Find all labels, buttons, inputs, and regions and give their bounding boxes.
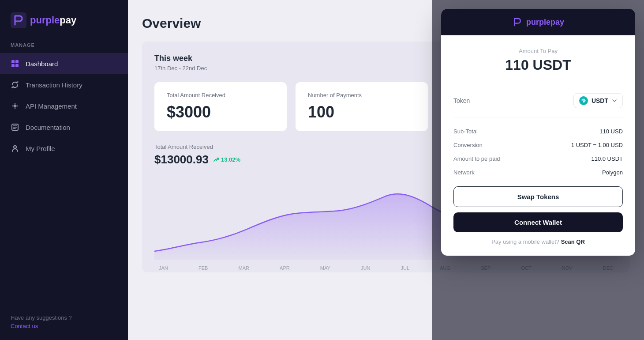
sidebar-logo: purplepay [0,0,128,42]
modal-body: Amount To Pay 110 USDT Token 💎 USDT [441,35,635,256]
swap-tokens-button[interactable]: Swap Tokens [453,186,623,207]
sidebar-item-label-documentation: Documentation [26,124,70,131]
main-content: Overview This week 17th Dec - 22nd Dec T… [128,0,644,340]
nav-items: Dashboard Transaction History API Manage… [0,53,128,304]
sidebar-item-my-profile[interactable]: My Profile [0,138,128,159]
amount-to-pay-label: Amount To Pay [453,48,623,54]
sidebar-item-dashboard[interactable]: Dashboard [0,53,128,74]
token-label: Token [453,97,470,104]
chart-label-mar: MAR [238,265,249,271]
svg-rect-2 [15,60,19,63]
grid-icon [11,59,19,68]
sidebar-bottom: Have any suggestions ? Contact us [0,304,128,340]
svg-point-5 [14,105,16,107]
refresh-icon [11,80,19,89]
chart-label-apr: APR [280,265,290,271]
sidebar-item-label-dashboard: Dashboard [26,60,58,68]
sidebar: purplepay MANAGE Dashboard [0,0,128,340]
sidebar-item-label-transaction-history: Transaction History [26,81,82,89]
modal-logo-text: purplepay [526,18,564,27]
sidebar-item-transaction-history[interactable]: Transaction History [0,74,128,95]
payments-card: Number of Payments 100 [296,82,428,131]
suggestions-text: Have any suggestions ? [11,314,117,321]
token-selector[interactable]: 💎 USDT [573,93,623,108]
sub-total-value: 110 USD [599,128,623,135]
payments-label: Number of Payments [308,92,416,98]
payments-value: 100 [308,103,416,121]
sub-total-label: Sub-Total [453,128,478,135]
scan-qr-section: Pay using a mobile wallet? Scan QR [453,238,623,245]
purplepay-logo-icon [11,12,26,28]
percent-badge: 13.02% [213,156,240,163]
sidebar-logo-text: purplepay [30,15,76,26]
network-row: Network Polygon [453,166,623,179]
svg-rect-1 [11,60,15,63]
modal-header: purplepay [441,9,635,35]
sidebar-item-label-my-profile: My Profile [26,145,55,152]
chart-label-jan: JAN [159,265,168,271]
chevron-down-icon [612,98,617,103]
token-name: USDT [592,97,608,104]
contact-link[interactable]: Contact us [11,323,38,329]
total-amount-label: Total Amount Received [167,92,274,98]
sidebar-item-label-api-management: API Management [26,102,77,110]
sub-total-row: Sub-Total 110 USD [453,125,623,138]
api-icon [11,102,19,110]
svg-rect-3 [11,64,15,67]
conversion-value: 1 USDT = 1.00 USD [571,142,623,148]
sidebar-item-api-management[interactable]: API Management [0,95,128,117]
amount-to-be-paid-label: Amount to pe paid [453,155,500,162]
chart-label-feb: FEB [198,265,208,271]
details-section: Sub-Total 110 USD Conversion 1 USDT = 1.… [453,125,623,179]
amount-to-pay-value: 110 USDT [453,57,623,73]
divider-2 [453,117,623,117]
divider-1 [453,86,623,86]
svg-rect-0 [11,12,26,28]
network-label: Network [453,169,475,176]
usdt-icon: 💎 [579,96,588,105]
payment-modal: purplepay Amount To Pay 110 USDT Token 💎… [441,9,635,256]
scan-qr-link[interactable]: Scan QR [561,238,585,245]
token-row: Token 💎 USDT [453,93,623,108]
modal-logo-icon [512,17,523,27]
total-amount-card: Total Amount Received $3000 [154,82,287,131]
book-icon [11,123,19,132]
svg-rect-4 [15,64,19,67]
sidebar-item-documentation[interactable]: Documentation [0,117,128,138]
manage-label: MANAGE [0,42,128,53]
chart-label-jun: JUN [361,265,370,271]
total-amount-value: $3000 [167,103,274,121]
amount-to-be-paid-value: 110.0 USDT [591,155,623,162]
connect-wallet-button[interactable]: Connect Wallet [453,212,623,232]
payment-modal-overlay: purplepay Amount To Pay 110 USDT Token 💎… [432,0,644,340]
chart-label-jul: JUL [401,265,410,271]
svg-point-10 [14,146,16,148]
chart-label-may: MAY [320,265,330,271]
conversion-label: Conversion [453,142,483,148]
user-icon [11,144,19,153]
network-value: Polygon [602,169,623,176]
conversion-row: Conversion 1 USDT = 1.00 USD [453,138,623,152]
amount-to-be-paid-row: Amount to pe paid 110.0 USDT [453,152,623,166]
trend-up-icon [213,157,219,163]
